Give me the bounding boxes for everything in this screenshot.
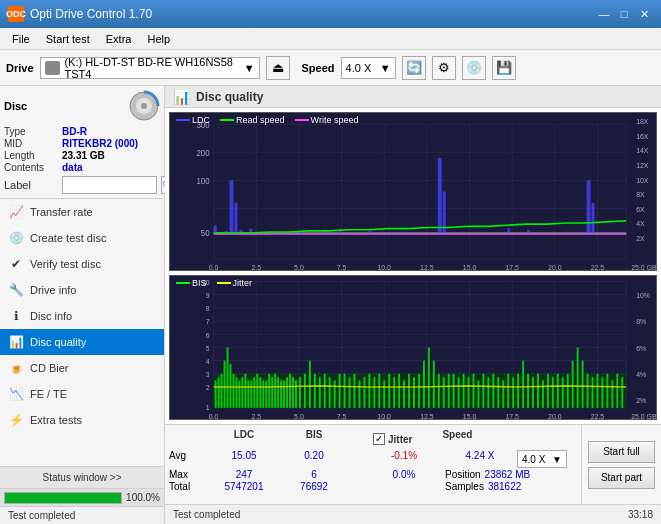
sidebar-item-drive-info[interactable]: 🔧 Drive info (0, 277, 164, 303)
drive-selector[interactable]: (K:) HL-DT-ST BD-RE WH16NS58 TST4 ▼ (40, 57, 260, 79)
svg-rect-118 (235, 377, 237, 408)
svg-point-2 (141, 103, 147, 109)
stats-header-space (349, 429, 369, 449)
maximize-button[interactable]: □ (615, 5, 633, 23)
svg-rect-142 (314, 374, 316, 408)
start-part-button[interactable]: Start part (588, 467, 655, 489)
svg-text:2%: 2% (636, 396, 646, 405)
svg-text:6%: 6% (636, 344, 646, 353)
svg-text:12X: 12X (636, 161, 648, 171)
jitter-legend-label: Jitter (233, 278, 253, 288)
minimize-button[interactable]: — (595, 5, 613, 23)
ldc-legend-label: LDC (192, 115, 210, 125)
svg-rect-187 (537, 374, 539, 408)
svg-rect-124 (253, 377, 255, 408)
svg-text:12.5: 12.5 (420, 412, 433, 419)
svg-rect-121 (244, 374, 246, 408)
svg-rect-117 (232, 374, 234, 408)
svg-rect-202 (611, 381, 613, 408)
bottom-status-bar: Test completed 33:18 (165, 504, 661, 524)
type-label: Type (4, 126, 58, 137)
menu-start-test[interactable]: Start test (38, 31, 98, 47)
svg-rect-111 (215, 381, 217, 408)
start-full-button[interactable]: Start full (588, 441, 655, 463)
menu-bar: File Start test Extra Help (0, 28, 661, 50)
status-window-button[interactable]: Status window >> (0, 466, 164, 488)
svg-rect-181 (507, 374, 509, 408)
time-display: 33:18 (628, 509, 653, 520)
position-label: Position (445, 469, 481, 480)
fe-te-label: FE / TE (30, 388, 67, 400)
svg-rect-113 (221, 374, 223, 408)
create-test-disc-icon: 💿 (8, 230, 24, 246)
max-ldc: 247 (209, 469, 279, 480)
close-button[interactable]: ✕ (635, 5, 653, 23)
jitter-checkbox[interactable]: ✓ (373, 433, 385, 445)
menu-file[interactable]: File (4, 31, 38, 47)
drive-icon (45, 61, 61, 75)
svg-rect-140 (304, 374, 306, 408)
svg-rect-184 (522, 361, 524, 408)
svg-text:8X: 8X (636, 190, 645, 200)
svg-text:7.5: 7.5 (337, 412, 347, 419)
sidebar-item-disc-quality[interactable]: 📊 Disc quality (0, 329, 164, 355)
svg-rect-128 (265, 381, 267, 408)
content-header-icon: 📊 (173, 89, 190, 105)
speed-selector[interactable]: 4.0 X ▼ (341, 57, 396, 79)
svg-text:7: 7 (206, 317, 210, 326)
drive-info-icon: 🔧 (8, 282, 24, 298)
speed-value: 4.24 X (445, 450, 515, 468)
stats-header-speed-select (492, 429, 512, 449)
sidebar-item-fe-te[interactable]: 📉 FE / TE (0, 381, 164, 407)
eject-button[interactable]: ⏏ (266, 56, 290, 80)
drive-info-label: Drive info (30, 284, 76, 296)
action-buttons: Start full Start part (581, 425, 661, 504)
svg-rect-161 (408, 374, 410, 408)
svg-text:8: 8 (206, 304, 210, 313)
content-area: 📊 Disc quality LDC Read speed (165, 86, 661, 524)
svg-rect-61 (592, 203, 595, 233)
svg-text:22.5: 22.5 (591, 412, 604, 419)
total-label: Total (169, 481, 209, 492)
svg-text:20.0: 20.0 (548, 412, 561, 419)
svg-rect-176 (482, 374, 484, 408)
svg-rect-156 (383, 381, 385, 408)
disc-info-label: Disc info (30, 310, 72, 322)
window-controls: — □ ✕ (595, 5, 653, 23)
length-label: Length (4, 150, 58, 161)
progress-text: 100.0% (126, 492, 160, 503)
mid-label: MID (4, 138, 58, 149)
app-title: Opti Drive Control 1.70 (30, 7, 152, 21)
stats-header-bis: BIS (279, 429, 349, 449)
label-input[interactable] (62, 176, 157, 194)
mid-value: RITEKBR2 (000) (62, 138, 138, 149)
svg-rect-177 (487, 377, 489, 408)
drive-dropdown-icon: ▼ (244, 62, 255, 74)
max-bis: 6 (279, 469, 349, 480)
speed-select-dropdown[interactable]: 4.0 X ▼ (517, 450, 567, 468)
sidebar-item-create-test-disc[interactable]: 💿 Create test disc (0, 225, 164, 251)
svg-rect-129 (268, 374, 270, 408)
menu-help[interactable]: Help (139, 31, 178, 47)
save-button[interactable]: 💾 (492, 56, 516, 80)
svg-rect-204 (621, 377, 623, 408)
svg-rect-151 (358, 381, 360, 408)
svg-rect-198 (592, 377, 594, 408)
disc-button[interactable]: 💿 (462, 56, 486, 80)
bis-legend-label: BIS (192, 278, 207, 288)
svg-rect-197 (587, 374, 589, 408)
samples-value: 381622 (488, 481, 521, 492)
speed-dropdown-icon: ▼ (380, 62, 391, 74)
svg-rect-160 (403, 381, 405, 408)
menu-extra[interactable]: Extra (98, 31, 140, 47)
settings-button[interactable]: ⚙ (432, 56, 456, 80)
status-text-bar: Test completed (0, 506, 164, 524)
refresh-button[interactable]: 🔄 (402, 56, 426, 80)
sidebar-item-disc-info[interactable]: ℹ Disc info (0, 303, 164, 329)
sidebar-item-extra-tests[interactable]: ⚡ Extra tests (0, 407, 164, 433)
sidebar-item-cd-bier[interactable]: 🍺 CD Bier (0, 355, 164, 381)
svg-rect-194 (572, 361, 574, 408)
sidebar-item-verify-test-disc[interactable]: ✔ Verify test disc (0, 251, 164, 277)
svg-rect-190 (552, 377, 554, 408)
sidebar-item-transfer-rate[interactable]: 📈 Transfer rate (0, 199, 164, 225)
